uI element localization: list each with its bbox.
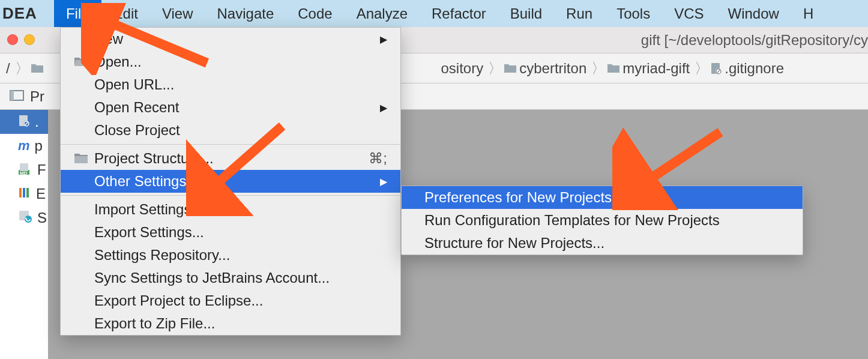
keyboard-shortcut: ⌘; (369, 150, 387, 167)
tree-item-md[interactable]: MD F (0, 158, 48, 182)
breadcrumb-root[interactable]: / 〉 (6, 59, 31, 78)
svg-rect-5 (10, 91, 14, 100)
close-window-icon[interactable] (7, 34, 18, 45)
submenu-item-structure-new-projects[interactable]: Structure for New Projects... (402, 232, 803, 255)
menu-item-label: Open... (94, 53, 142, 70)
menu-item-label: Export to Zip File... (94, 315, 215, 332)
menu-item-label: Import Settings... (94, 201, 203, 218)
libraries-icon (18, 186, 31, 202)
menu-item-new[interactable]: New ▶ (61, 28, 400, 50)
menu-item-export-zip[interactable]: Export to Zip File... (61, 312, 400, 335)
menu-vcs[interactable]: VCS (662, 0, 716, 27)
menu-item-open-url[interactable]: Open URL... (61, 73, 400, 96)
folder-icon (31, 63, 44, 74)
project-tab-icon[interactable] (10, 88, 24, 105)
breadcrumb-item-gitignore[interactable]: .gitignore (710, 60, 784, 77)
menu-item-open[interactable]: Open... (61, 50, 400, 73)
menu-item-sync-settings[interactable]: Sync Settings to JetBrains Account... (61, 267, 400, 289)
menu-item-label: Settings Repository... (94, 247, 230, 264)
menu-code[interactable]: Code (286, 0, 344, 27)
menu-item-label: Export Project to Eclipse... (94, 292, 263, 309)
menu-file[interactable]: File (54, 0, 101, 27)
menu-item-settings-repository[interactable]: Settings Repository... (61, 244, 400, 267)
svg-rect-13 (19, 188, 22, 198)
file-gitignore-icon (710, 62, 722, 74)
scratches-icon (18, 210, 32, 226)
menu-separator (61, 195, 400, 196)
tree-item-label: . (35, 113, 39, 130)
submenu-arrow-icon: ▶ (380, 176, 387, 187)
menubar: DEA File Edit View Navigate Code Analyze… (0, 0, 868, 27)
maven-icon: m (18, 138, 30, 154)
menu-item-label: Close Project (94, 122, 180, 139)
submenu-item-run-config-templates[interactable]: Run Configuration Templates for New Proj… (402, 209, 803, 232)
project-tree: . m p MD F E S (0, 110, 48, 359)
breadcrumb-item-cybertriton[interactable]: cybertriton 〉 (504, 59, 607, 78)
menu-build[interactable]: Build (498, 0, 554, 27)
submenu-arrow-icon: ▶ (380, 102, 387, 113)
menu-item-other-settings[interactable]: Other Settings ▶ (61, 170, 400, 193)
menu-refactor[interactable]: Refactor (420, 0, 498, 27)
menu-item-export-settings[interactable]: Export Settings... (61, 221, 400, 244)
menu-analyze[interactable]: Analyze (345, 0, 420, 27)
project-structure-icon (74, 152, 88, 164)
file-gitignore-icon (18, 113, 30, 130)
breadcrumb-item-myriad-gift[interactable]: myriad-gift 〉 (607, 59, 710, 78)
menu-navigate[interactable]: Navigate (205, 0, 286, 27)
breadcrumb-root-label: / (6, 60, 10, 77)
submenu-item-label: Run Configuration Templates for New Proj… (424, 212, 720, 229)
breadcrumb-folder-icon-trunc[interactable] (31, 63, 44, 74)
submenu-item-label: Structure for New Projects... (424, 235, 604, 252)
menu-item-open-recent[interactable]: Open Recent ▶ (61, 96, 400, 119)
menu-window[interactable]: Window (716, 0, 791, 27)
menu-item-label: Sync Settings to JetBrains Account... (94, 270, 330, 286)
menu-item-label: Project Structure... (94, 150, 214, 167)
chevron-right-icon: 〉 (15, 59, 29, 78)
file-menu-dropdown: New ▶ Open... Open URL... Open Recent ▶ … (60, 27, 401, 336)
project-tab-label[interactable]: Pr (30, 88, 44, 105)
window-title: gift [~/developtools/gitRepository/cy (641, 32, 868, 49)
breadcrumb-item-label: .gitignore (725, 60, 784, 77)
svg-rect-15 (26, 188, 29, 198)
ide-logo-fragment: DEA (2, 4, 37, 23)
tree-item-m[interactable]: m p (0, 134, 48, 158)
submenu-item-preferences-new-projects[interactable]: Preferences for New Projects... (402, 186, 803, 209)
menu-item-close-project[interactable]: Close Project (61, 119, 400, 142)
menu-item-project-structure[interactable]: Project Structure... ⌘; (61, 147, 400, 170)
menu-view[interactable]: View (150, 0, 205, 27)
markdown-icon: MD (18, 161, 32, 178)
menu-item-label: Export Settings... (94, 224, 204, 241)
folder-icon (504, 63, 517, 74)
tree-item-ps[interactable]: S (0, 206, 48, 230)
svg-rect-12 (20, 163, 28, 171)
breadcrumb-item-label: myriad-gift (622, 60, 690, 77)
submenu-arrow-icon: ▶ (380, 34, 387, 45)
menu-item-label: New (94, 31, 123, 47)
menu-tools[interactable]: Tools (604, 0, 662, 27)
tree-item-label: S (37, 210, 47, 226)
breadcrumb-item-label: cybertriton (519, 60, 586, 77)
menu-item-label: Open URL... (94, 76, 174, 93)
folder-icon (607, 63, 620, 74)
tree-item-gitignore[interactable]: . (0, 110, 48, 134)
menu-item-label: Other Settings (94, 173, 186, 190)
minimize-window-icon[interactable] (24, 34, 35, 45)
svg-rect-14 (23, 188, 25, 198)
menu-run[interactable]: Run (554, 0, 604, 27)
menu-help-truncated[interactable]: H (791, 0, 825, 27)
menu-item-import-settings[interactable]: Import Settings... (61, 198, 400, 221)
menu-edit[interactable]: Edit (101, 0, 150, 27)
chevron-right-icon: 〉 (591, 59, 606, 78)
tree-item-label: F (37, 161, 46, 178)
chevron-right-icon: 〉 (488, 59, 502, 78)
tree-item-label: p (35, 137, 43, 154)
open-folder-icon (74, 56, 88, 68)
breadcrumb-item-ository[interactable]: ository 〉 (441, 59, 504, 78)
breadcrumb-item-label: ository (441, 60, 484, 77)
menu-item-export-eclipse[interactable]: Export Project to Eclipse... (61, 289, 400, 312)
tree-item-bars[interactable]: E (0, 182, 48, 206)
tree-item-label: E (36, 186, 46, 202)
traffic-lights (7, 34, 35, 45)
menu-item-label: Open Recent (94, 99, 179, 116)
chevron-right-icon: 〉 (695, 59, 709, 78)
